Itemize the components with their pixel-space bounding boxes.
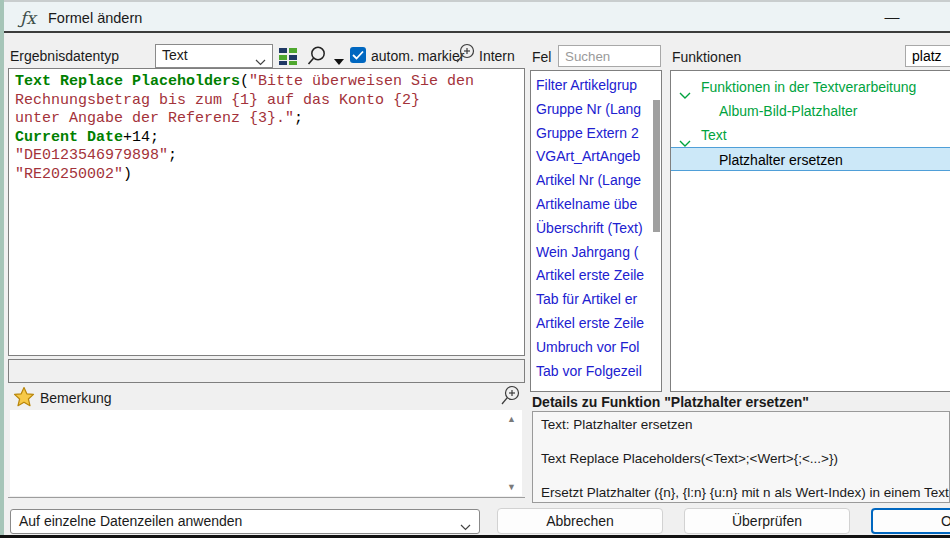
search-icon[interactable] <box>306 45 328 67</box>
field-item[interactable]: Artikel Nr (Lange <box>531 169 661 193</box>
details-box: Text: Platzhalter ersetzen Text Replace … <box>532 411 950 503</box>
remark-textarea[interactable] <box>10 410 522 496</box>
formula-line: "RE20250002") <box>15 166 518 185</box>
field-item[interactable]: Tab vor Folgezeil <box>531 360 661 384</box>
fields-list[interactable]: Filter Artikelgrup Gruppe Nr (Lang Grupp… <box>530 70 662 392</box>
apply-mode-dropdown[interactable]: Auf einzelne Datenzeilen anwenden <box>10 509 480 534</box>
star-icon <box>13 386 35 408</box>
formula-line: "DE0123546979898"; <box>15 147 518 166</box>
remark-scrollbar[interactable]: ▲ ▼ <box>504 412 519 494</box>
search-dropdown-arrow-icon[interactable] <box>334 52 346 62</box>
minimize-button[interactable]: — <box>870 2 914 33</box>
functions-search-input[interactable] <box>905 45 950 67</box>
fields-search-input[interactable] <box>558 45 661 67</box>
field-item[interactable]: Filter Artikelgrup <box>531 74 661 98</box>
auto-mark-label: autom. markier <box>371 48 464 64</box>
window-edge-left <box>0 0 4 538</box>
formula-line: unter Angabe der Referenz {3}."; <box>15 110 518 129</box>
title-bar: ƒx Formel ändern — <box>4 2 950 33</box>
fx-formula-icon: ƒx <box>20 8 36 28</box>
scroll-down-icon[interactable]: ▼ <box>506 482 517 492</box>
result-type-label: Ergebnisdatentyp <box>10 48 119 64</box>
functions-tree[interactable]: Funktionen in der Textverarbeitung Album… <box>670 70 950 392</box>
tree-category[interactable]: Text <box>671 123 950 147</box>
formula-line: Current Date+14; <box>15 129 518 148</box>
tree-category[interactable]: Funktionen in der Textverarbeitung <box>671 75 950 99</box>
result-type-dropdown[interactable]: Text <box>155 44 273 68</box>
field-item[interactable]: Artikel erste Zeile <box>531 264 661 288</box>
chevron-down-icon <box>255 53 266 69</box>
details-line: Ersetzt Platzhalter ({n}, {l:n} {u:n} mi… <box>541 485 941 500</box>
intern-label: Intern <box>479 48 515 64</box>
field-item[interactable]: Gruppe Extern 2 <box>531 122 661 146</box>
details-line: Text Replace Placeholders(<Text>;<Wert>{… <box>541 451 941 466</box>
formula-line: Text Replace Placeholders("Bitte überwei… <box>15 73 518 92</box>
details-header: Details zu Funktion "Platzhalter ersetze… <box>532 394 809 410</box>
fields-label: Fel <box>532 49 551 65</box>
remark-label: Bemerkung <box>40 390 112 406</box>
zoom-remark-icon[interactable] <box>498 384 524 410</box>
apply-mode-value: Auf einzelne Datenzeilen anwenden <box>19 513 242 529</box>
scroll-up-icon[interactable]: ▲ <box>506 414 517 424</box>
chevron-down-icon <box>460 518 471 534</box>
zoom-editor-icon[interactable] <box>453 42 479 68</box>
cancel-button[interactable]: Abbrechen <box>497 508 663 534</box>
formula-line: Rechnungsbetrag bis zum {1} auf das Kont… <box>15 92 518 111</box>
ok-button[interactable]: OK <box>871 508 950 534</box>
fields-list-scrollbar[interactable] <box>653 100 660 232</box>
tree-item-selected[interactable]: Platzhalter ersetzen <box>671 147 950 171</box>
functions-label: Funktionen <box>672 49 741 65</box>
auto-mark-checkbox[interactable] <box>350 47 366 63</box>
details-line: Text: Platzhalter ersetzen <box>541 417 941 432</box>
field-item[interactable]: Wein Jahrgang ( <box>531 241 661 265</box>
window-title: Formel ändern <box>48 10 142 26</box>
result-type-value: Text <box>162 47 188 63</box>
formula-editor[interactable]: Text Replace Placeholders("Bitte überwei… <box>8 68 525 356</box>
field-item[interactable]: Tab für Artikel er <box>531 288 661 312</box>
field-item[interactable]: Artikel erste Zeile <box>531 312 661 336</box>
check-button[interactable]: Überprüfen <box>684 508 850 534</box>
tree-item[interactable]: Album-Bild-Platzhalter <box>671 99 950 123</box>
field-item[interactable]: Artikelname übe <box>531 193 661 217</box>
field-item[interactable]: Umbruch vor Fol <box>531 336 661 360</box>
field-item[interactable]: Gruppe Nr (Lang <box>531 98 661 122</box>
result-preview-strip <box>8 359 525 383</box>
field-item[interactable]: Überschrift (Text) <box>531 217 661 241</box>
left-panel-separator <box>8 497 525 498</box>
field-item[interactable]: VGArt_ArtAngeb <box>531 145 661 169</box>
field-structure-icon[interactable] <box>278 46 298 66</box>
formula-dialog: ƒx Formel ändern — Ergebnisdatentyp Text… <box>0 0 950 538</box>
